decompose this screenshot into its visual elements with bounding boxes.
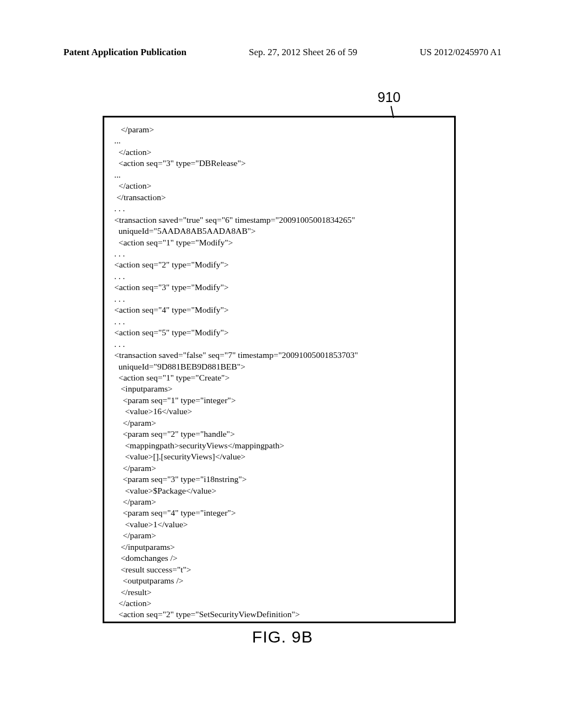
header-left: Patent Application Publication [63, 47, 186, 58]
xml-code-listing: </param> ... </action> <action seq="3" t… [103, 116, 456, 623]
header-center: Sep. 27, 2012 Sheet 26 of 59 [249, 47, 357, 58]
header-right: US 2012/0245970 A1 [420, 47, 502, 58]
figure-reference-number: 910 [377, 89, 401, 105]
page-header: Patent Application Publication Sep. 27, … [0, 0, 565, 63]
figure-caption: FIG. 9B [0, 628, 565, 646]
